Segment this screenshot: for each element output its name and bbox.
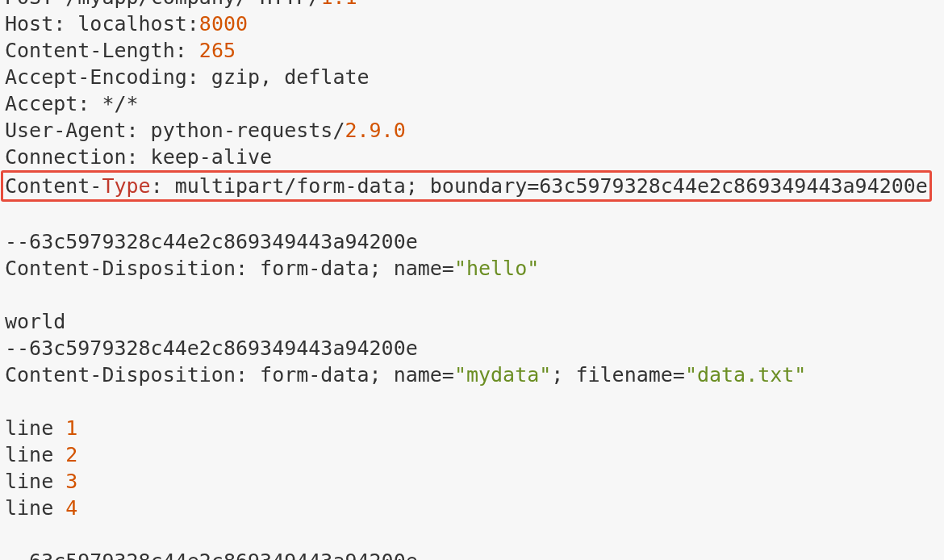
request-line: POST /myapp/company/ HTTP/1.1 <box>5 0 357 9</box>
boundary-end: --63c5979328c44e2c869349443a94200e-- <box>5 550 442 560</box>
part1-disposition: Content-Disposition: form-data; name="he… <box>5 257 539 280</box>
file-line-2: line 2 <box>5 443 77 466</box>
part1-value: world <box>5 310 65 333</box>
header-host: Host: localhost:8000 <box>5 12 248 36</box>
header-content-length: Content-Length: 265 <box>5 39 236 62</box>
header-user-agent: User-Agent: python-requests/2.9.0 <box>5 119 406 142</box>
header-content-type-highlight: Content-Type: multipart/form-data; bound… <box>1 170 932 202</box>
header-connection: Connection: keep-alive <box>5 145 272 169</box>
boundary-start-2: --63c5979328c44e2c869349443a94200e <box>5 336 418 360</box>
part2-disposition: Content-Disposition: form-data; name="my… <box>5 363 806 387</box>
file-line-3: line 3 <box>5 470 77 493</box>
boundary-start-1: --63c5979328c44e2c869349443a94200e <box>5 230 418 253</box>
file-line-4: line 4 <box>5 496 77 520</box>
http-request-block: POST /myapp/company/ HTTP/1.1 Host: loca… <box>0 0 944 560</box>
file-line-1: line 1 <box>5 416 77 440</box>
header-accept: Accept: */* <box>5 92 139 115</box>
header-accept-encoding: Accept-Encoding: gzip, deflate <box>5 65 370 89</box>
